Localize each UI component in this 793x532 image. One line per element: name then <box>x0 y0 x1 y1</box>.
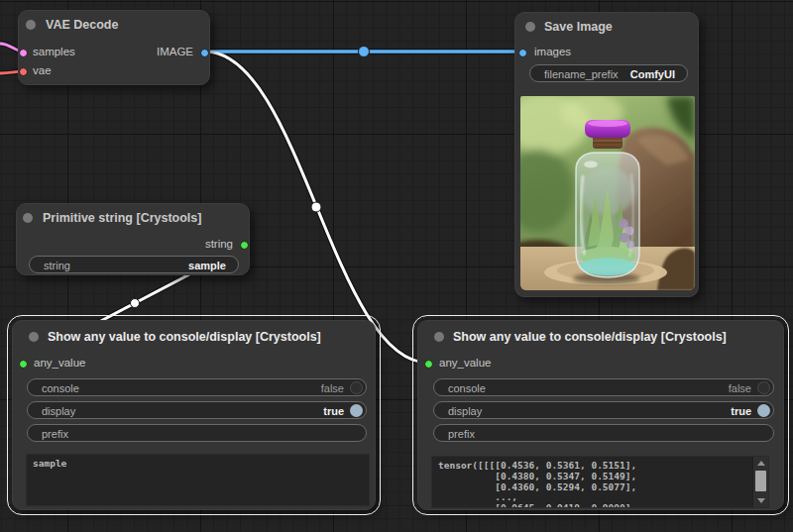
toggle-on-icon[interactable] <box>757 404 770 417</box>
prefix-text-widget[interactable]: prefix <box>27 424 367 442</box>
console-output-text: tensor([[[[0.4536, 0.5361, 0.5151], [0.4… <box>432 457 768 508</box>
node-primitive-string[interactable]: Primitive string [Crystools] string stri… <box>16 203 250 275</box>
input-slot-label: any_value <box>439 357 491 369</box>
node-show-any-left[interactable]: Show any value to console/display [Cryst… <box>12 320 376 510</box>
string-widget[interactable]: string sample <box>29 256 239 273</box>
input-slot-vae-icon[interactable] <box>19 67 28 76</box>
node-title: Save Image <box>544 20 613 34</box>
preview-image <box>520 96 695 290</box>
widget-label: prefix <box>42 428 68 440</box>
filename-prefix-widget[interactable]: filename_prefix ComfyUI <box>529 64 688 82</box>
input-slot-images-icon[interactable] <box>518 49 527 57</box>
widget-value: true <box>323 405 344 417</box>
collapse-dot-icon[interactable] <box>26 20 36 30</box>
node-title: Primitive string [Crystools] <box>43 211 201 225</box>
console-output-area[interactable]: tensor([[[[0.4536, 0.5361, 0.5151], [0.4… <box>431 456 769 508</box>
toggle-off-icon[interactable] <box>350 381 363 394</box>
widget-label: console <box>448 382 486 394</box>
widget-label: prefix <box>448 428 475 440</box>
input-slot-label: vae <box>33 64 52 76</box>
prefix-text-widget[interactable]: prefix <box>433 424 774 442</box>
node-vae-decode[interactable]: VAE Decode samples vae IMAGE <box>18 10 210 85</box>
node-title: VAE Decode <box>46 18 118 32</box>
scrollbar-thumb[interactable] <box>755 471 766 491</box>
collapse-dot-icon[interactable] <box>23 213 33 223</box>
widget-value: sample <box>188 260 226 271</box>
input-slot-label: any_value <box>34 357 85 369</box>
display-toggle-widget[interactable]: display true <box>27 401 367 419</box>
output-slot-image-icon[interactable] <box>200 49 209 57</box>
widget-value: true <box>731 405 751 417</box>
widget-label: display <box>448 405 482 417</box>
input-slot-any-value-icon[interactable] <box>19 360 28 369</box>
collapse-dot-icon[interactable] <box>29 332 39 342</box>
output-slot-label: string <box>205 238 233 250</box>
console-output-area[interactable]: sample <box>26 454 370 506</box>
node-title: Show any value to console/display [Cryst… <box>453 330 727 344</box>
widget-value: ComfyUI <box>630 68 675 80</box>
input-slot-label: images <box>534 46 571 57</box>
graph-canvas[interactable]: { "colors": { "canvas_bg": "#232323", "n… <box>0 0 793 532</box>
console-toggle-widget[interactable]: console false <box>433 378 774 396</box>
input-slot-any-value-icon[interactable] <box>424 360 433 369</box>
toggle-off-icon[interactable] <box>757 381 770 394</box>
node-show-any-right[interactable]: Show any value to console/display [Cryst… <box>417 320 784 510</box>
output-slot-string-icon[interactable] <box>240 241 249 250</box>
collapse-dot-icon[interactable] <box>525 22 535 32</box>
link-midpoint-dot-image[interactable] <box>359 47 370 57</box>
widget-label: string <box>44 260 70 271</box>
widget-value: false <box>321 382 344 394</box>
display-toggle-widget[interactable]: display true <box>433 401 774 419</box>
node-title: Show any value to console/display [Cryst… <box>48 330 321 344</box>
collapse-dot-icon[interactable] <box>434 332 444 342</box>
scroll-up-arrow-icon[interactable] <box>757 461 765 466</box>
widget-label: display <box>42 405 75 417</box>
console-output-text: sample <box>27 455 369 474</box>
link-midpoint-dot-any-left[interactable] <box>131 299 140 308</box>
widget-label: console <box>42 382 79 394</box>
output-slot-label: IMAGE <box>157 46 193 57</box>
toggle-on-icon[interactable] <box>350 404 363 417</box>
widget-label: filename_prefix <box>544 68 619 80</box>
scroll-down-arrow-icon[interactable] <box>757 498 765 503</box>
link-midpoint-dot-any-right[interactable] <box>311 202 321 212</box>
scrollbar[interactable] <box>752 457 768 507</box>
node-save-image[interactable]: Save Image images filename_prefix ComfyU… <box>514 12 699 297</box>
console-toggle-widget[interactable]: console false <box>27 378 367 396</box>
widget-value: false <box>729 382 751 394</box>
input-slot-samples-icon[interactable] <box>19 49 28 57</box>
input-slot-label: samples <box>33 46 75 57</box>
